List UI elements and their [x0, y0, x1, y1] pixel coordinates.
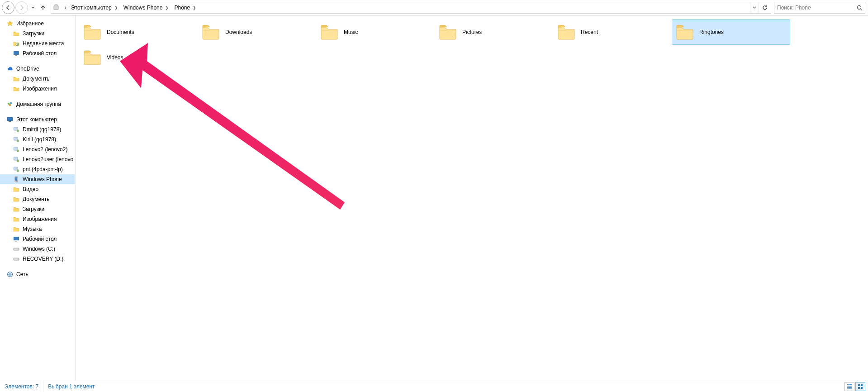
chevron-right-icon: ❯: [165, 5, 169, 10]
status-bar: Элементов: 7 Выбран 1 элемент: [0, 381, 868, 392]
folder-icon: [437, 21, 459, 43]
address-history-dropdown[interactable]: [750, 2, 759, 13]
tree-item-label: Изображения: [23, 216, 57, 222]
folder-item[interactable]: Documents: [79, 19, 198, 45]
recent-locations-dropdown[interactable]: [29, 2, 37, 14]
folder-icon: [13, 196, 20, 203]
navigation-pane[interactable]: Избранное ЗагрузкиНедавние местаРабочий …: [0, 16, 75, 381]
tree-item[interactable]: Изображения: [0, 84, 75, 94]
tree-item[interactable]: Рабочий стол: [0, 48, 75, 58]
search-box[interactable]: [774, 2, 865, 14]
breadcrumb-bar[interactable]: Этот компьютер ❯ Windows Phone ❯ Phone ❯: [51, 2, 771, 14]
tree-item[interactable]: Windows (C:): [0, 244, 75, 254]
breadcrumb-label: Phone: [174, 5, 190, 11]
folder-icon: [81, 47, 103, 68]
breadcrumb-segment[interactable]: Этот компьютер ❯: [68, 2, 121, 13]
tree-item-label: Недавние места: [23, 40, 64, 47]
up-button[interactable]: [38, 2, 48, 14]
tree-item[interactable]: Загрузки: [0, 29, 75, 38]
tree-item-label: Dmitrii (qq1978): [23, 126, 61, 133]
svg-rect-35: [858, 387, 860, 389]
tree-item[interactable]: pnt (4pda-pnt-lp): [0, 164, 75, 174]
tree-group-network: Сеть: [0, 269, 75, 279]
tree-item[interactable]: Загрузки: [0, 204, 75, 214]
view-icons-button[interactable]: [855, 382, 865, 391]
tree-item-onedrive[interactable]: OneDrive: [0, 64, 75, 74]
folder-icon: [13, 206, 20, 213]
tree-item-label: Сеть: [16, 271, 28, 277]
drive-icon: [13, 255, 20, 263]
folder-item[interactable]: Videos: [79, 45, 198, 70]
folder-icon: [13, 186, 20, 193]
folder-item[interactable]: Downloads: [198, 19, 316, 45]
tree-item[interactable]: Документы: [0, 74, 75, 84]
tree-item-thispc[interactable]: Этот компьютер: [0, 115, 75, 124]
search-button[interactable]: [854, 2, 865, 13]
breadcrumb-root-dropdown[interactable]: [63, 2, 68, 14]
folder-icon: [13, 30, 20, 37]
content-pane[interactable]: DocumentsDownloadsMusicPicturesRecentRin…: [75, 16, 868, 381]
folder-icon: [13, 75, 20, 82]
network-icon: [6, 271, 14, 278]
arrow-left-icon: [5, 5, 11, 10]
tree-item-label: Избранное: [16, 20, 44, 27]
tree-item-homegroup[interactable]: Домашняя группа: [0, 99, 75, 109]
svg-rect-26: [15, 241, 17, 242]
tree-item-label: Документы: [23, 196, 51, 202]
svg-rect-11: [9, 121, 11, 122]
tree-item[interactable]: Lenovo2user (lenovo: [0, 154, 75, 164]
refresh-button[interactable]: [759, 2, 771, 13]
folder-item[interactable]: Recent: [553, 19, 672, 45]
chevron-right-icon: ❯: [114, 5, 118, 10]
folder-icon: [200, 21, 222, 43]
folder-item[interactable]: Pictures: [435, 19, 553, 45]
svg-rect-33: [858, 384, 860, 386]
tree-item-label: Рабочий стол: [23, 236, 57, 242]
view-switcher: [844, 382, 868, 391]
arrow-right-icon: [19, 5, 24, 10]
svg-point-24: [16, 181, 16, 182]
svg-rect-34: [861, 384, 863, 386]
breadcrumb-segment[interactable]: Phone ❯: [171, 2, 199, 13]
tree-group-favorites: Избранное ЗагрузкиНедавние местаРабочий …: [0, 19, 75, 58]
forward-button[interactable]: [15, 1, 28, 14]
folder-label: Pictures: [462, 29, 482, 35]
tree-item-network[interactable]: Сеть: [0, 269, 75, 279]
status-selection-count: Выбран 1 элемент: [43, 381, 99, 392]
folder-icon: [555, 21, 577, 43]
tree-group-thispc: Этот компьютер Dmitrii (qq1978)Kirill (q…: [0, 115, 75, 264]
tree-item-favorites[interactable]: Избранное: [0, 19, 75, 29]
tree-item-label: Музыка: [23, 226, 42, 232]
tree-item[interactable]: Документы: [0, 194, 75, 204]
chevron-down-icon: [753, 6, 756, 10]
tree-item-label: OneDrive: [16, 66, 39, 72]
tree-item[interactable]: Lenovo2 (lenovo2): [0, 144, 75, 154]
tree-item-label: Kirill (qq1978): [23, 136, 56, 143]
tree-item[interactable]: Видео: [0, 184, 75, 194]
tree-item-label: Lenovo2user (lenovo: [23, 156, 73, 163]
tree-item[interactable]: Windows Phone: [0, 174, 75, 184]
tree-item[interactable]: Kirill (qq1978): [0, 134, 75, 144]
tree-item[interactable]: Недавние места: [0, 38, 75, 48]
search-input[interactable]: [774, 5, 854, 11]
chevron-right-icon: ❯: [193, 5, 196, 10]
folder-item[interactable]: Music: [316, 19, 435, 45]
tree-item-label: Загрузки: [23, 30, 44, 37]
icons-view-icon: [858, 384, 863, 389]
svg-rect-23: [15, 177, 17, 181]
folder-label: Videos: [107, 54, 123, 61]
folder-item[interactable]: Ringtones: [672, 19, 790, 45]
tree-item[interactable]: Dmitrii (qq1978): [0, 124, 75, 134]
view-details-button[interactable]: [844, 382, 854, 391]
svg-point-30: [18, 259, 19, 260]
tree-item-label: Lenovo2 (lenovo2): [23, 146, 67, 153]
svg-rect-36: [861, 387, 863, 389]
chevron-right-icon: [64, 6, 67, 10]
tree-item[interactable]: Рабочий стол: [0, 234, 75, 244]
tree-item[interactable]: Изображения: [0, 214, 75, 224]
breadcrumb-segment[interactable]: Windows Phone ❯: [121, 2, 172, 13]
tree-group-homegroup: Домашняя группа: [0, 99, 75, 109]
back-button[interactable]: [2, 1, 14, 14]
tree-item[interactable]: Музыка: [0, 224, 75, 234]
tree-item[interactable]: RECOVERY (D:): [0, 254, 75, 264]
